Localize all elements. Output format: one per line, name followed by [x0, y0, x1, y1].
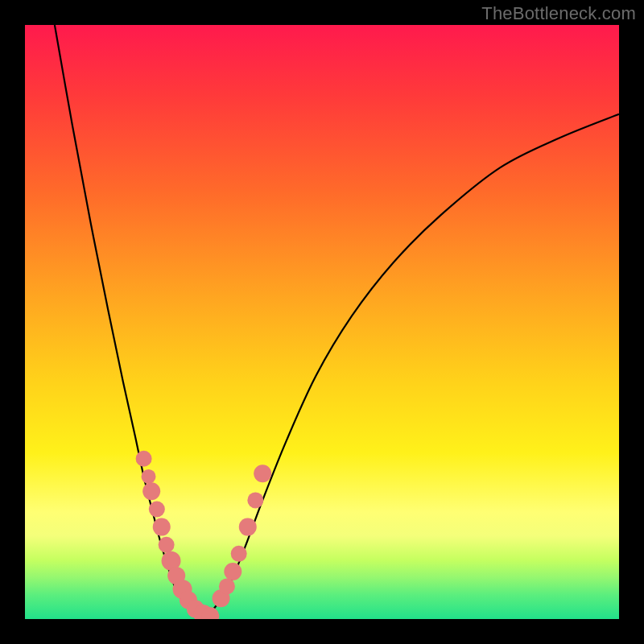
curve-marker	[247, 492, 263, 508]
plot-area	[25, 25, 619, 619]
curve-marker	[142, 469, 156, 484]
curve-marker	[159, 537, 175, 553]
curve-marker	[153, 518, 171, 536]
curve-marker	[142, 482, 160, 500]
left-marker-group	[136, 451, 220, 619]
curve-marker	[136, 451, 152, 467]
curve-layer	[25, 25, 619, 619]
curve-marker	[254, 464, 271, 482]
curve-marker	[149, 501, 165, 517]
chart-stage: TheBottleneck.com	[0, 0, 644, 644]
right-curve	[203, 114, 619, 617]
right-marker-group	[213, 464, 272, 607]
curve-marker	[219, 578, 235, 594]
curve-marker	[224, 563, 242, 580]
curve-marker	[239, 518, 257, 536]
curve-marker	[231, 546, 247, 562]
left-curve	[55, 25, 204, 617]
watermark-text: TheBottleneck.com	[481, 3, 636, 24]
